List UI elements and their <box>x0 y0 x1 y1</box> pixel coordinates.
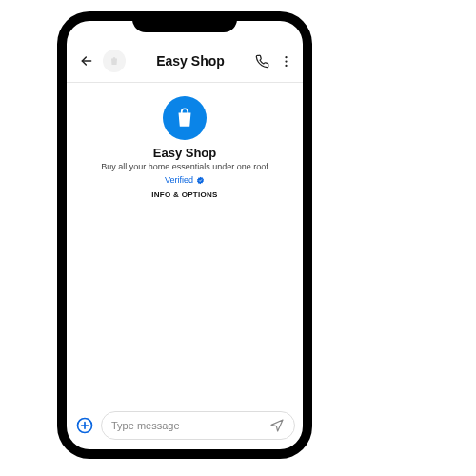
message-composer: Type message <box>67 404 303 449</box>
more-vertical-icon <box>279 54 293 69</box>
header-title: Easy Shop <box>131 53 249 69</box>
phone-icon <box>255 54 269 69</box>
info-options-button[interactable]: INFO & OPTIONS <box>151 190 218 199</box>
back-button[interactable] <box>76 53 97 69</box>
app-screen: Easy Shop Easy Shop Buy all your home es… <box>67 21 303 449</box>
more-button[interactable] <box>279 54 293 69</box>
svg-point-1 <box>285 56 287 58</box>
svg-point-2 <box>285 60 287 62</box>
plus-circle-icon <box>75 416 94 435</box>
shopping-bag-icon <box>172 106 197 130</box>
business-logo <box>163 96 207 140</box>
verified-label: Verified <box>165 175 193 185</box>
phone-frame: Easy Shop Easy Shop Buy all your home es… <box>57 11 312 459</box>
message-input-placeholder: Type message <box>111 420 264 431</box>
add-attachment-button[interactable] <box>74 415 95 436</box>
header-avatar <box>103 50 126 72</box>
back-arrow-icon <box>79 53 94 69</box>
bag-icon <box>109 55 120 67</box>
message-input[interactable]: Type message <box>101 411 295 440</box>
verified-icon <box>196 176 205 185</box>
svg-point-3 <box>285 64 287 66</box>
phone-notch <box>132 11 237 32</box>
send-button[interactable] <box>269 418 285 433</box>
verified-badge: Verified <box>165 175 205 185</box>
chat-body: Easy Shop Buy all your home essentials u… <box>67 83 303 404</box>
send-icon <box>269 418 285 433</box>
business-name: Easy Shop <box>153 146 216 160</box>
call-button[interactable] <box>255 54 269 69</box>
business-tagline: Buy all your home essentials under one r… <box>101 162 268 171</box>
